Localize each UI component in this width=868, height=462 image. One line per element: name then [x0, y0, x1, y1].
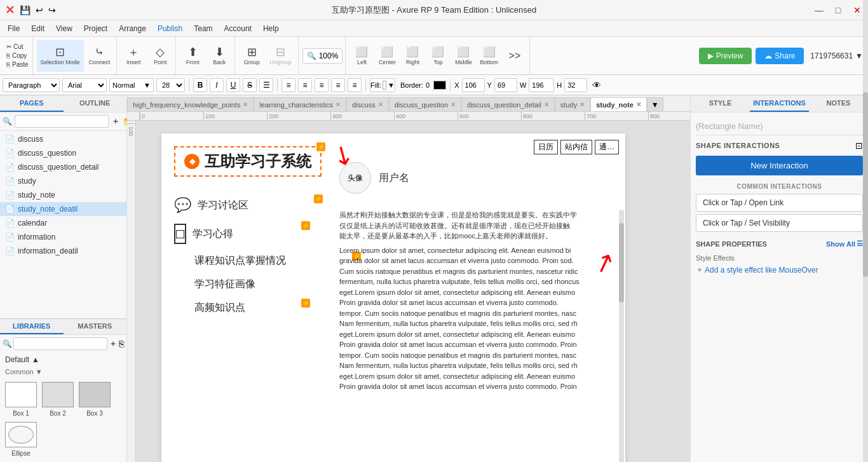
page-item-information[interactable]: 📄 information — [0, 230, 126, 244]
menu-file[interactable]: File — [3, 23, 25, 34]
tab-interactions[interactable]: INTERACTIONS — [750, 95, 809, 112]
menu-edit[interactable]: Edit — [26, 23, 50, 34]
nav-item-knowledge[interactable]: 课程知识点掌握情况 ⚡ — [174, 254, 286, 268]
lib-default-select[interactable]: Default ▲ — [5, 355, 39, 364]
new-interaction-button[interactable]: New Interaction — [696, 156, 863, 175]
tab-libraries[interactable]: LIBRARIES — [0, 319, 64, 334]
tab-close-icon[interactable]: ✕ — [451, 101, 456, 108]
menu-team[interactable]: Team — [189, 23, 217, 34]
tab-masters[interactable]: MASTERS — [64, 319, 127, 334]
align-justify-fmt-button[interactable]: ≡ — [331, 78, 345, 92]
front-button[interactable]: ⬆ Front — [180, 40, 205, 72]
nav-item-feature[interactable]: 学习特征画像 — [174, 278, 286, 291]
preview-button[interactable]: ▶ Preview — [699, 48, 752, 64]
align-right-button[interactable]: ⬜ Right — [400, 40, 424, 72]
cut-button[interactable]: ✂ Cut — [5, 43, 30, 51]
more-fmt-button[interactable]: ≡ — [348, 78, 362, 92]
selection-mode-button[interactable]: ⊡ Selection Mode — [37, 40, 84, 72]
align-left-fmt-button[interactable]: ≡ — [281, 78, 295, 92]
align-middle-button[interactable]: ⬜ Middle — [451, 40, 475, 72]
nav-item-highfreq[interactable]: 高频知识点 ⚡ — [174, 301, 286, 315]
align-top-button[interactable]: ⬜ Top — [426, 40, 450, 72]
menu-publish[interactable]: Publish — [153, 23, 187, 34]
tab-close-icon[interactable]: ✕ — [336, 101, 341, 108]
nav-item-note[interactable]: □ 学习心得 ⚡ — [174, 224, 286, 244]
canvas-tab-study[interactable]: study ✕ — [555, 97, 590, 111]
point-button[interactable]: ◇ Point — [147, 40, 173, 72]
title-box[interactable]: ◆ 互助学习子系统 ⚡ — [174, 146, 322, 177]
lib-item-box3[interactable]: Box 3 — [79, 382, 111, 417]
tab-close-icon[interactable]: ✕ — [243, 101, 248, 108]
nav-item-discuss[interactable]: 💬 学习讨论区 ⚡ — [174, 197, 286, 214]
align-right-fmt-button[interactable]: ≡ — [315, 78, 329, 92]
page-item-information-deatil[interactable]: 📄 information_deatil — [0, 244, 126, 258]
scrollbar-thumb[interactable] — [619, 223, 624, 302]
x-input[interactable] — [462, 78, 485, 92]
list-button[interactable]: ☰ — [259, 78, 273, 92]
lib-add-icon[interactable]: ＋ — [109, 338, 118, 350]
share-button[interactable]: ☁ Share — [756, 48, 804, 64]
lib-search-input[interactable] — [13, 337, 107, 350]
align-bottom-button[interactable]: ⬜ Bottom — [477, 40, 501, 72]
bold-button[interactable]: B — [193, 78, 207, 92]
minimize-button[interactable]: — — [813, 4, 825, 16]
right-panel-scrollbar-thumb[interactable] — [863, 92, 868, 277]
ungroup-button[interactable]: ⊟ Ungroup — [266, 40, 295, 72]
interactions-expand-icon[interactable]: ⊡ — [855, 140, 863, 151]
right-panel-scrollbar[interactable] — [863, 0, 868, 462]
page-item-study-note-deatil[interactable]: 📄 study_note_deatil — [0, 202, 126, 216]
more-icon-box[interactable]: 通… — [595, 140, 619, 154]
lib-item-box2[interactable]: Box 2 — [42, 382, 74, 417]
close-button[interactable]: ✕ — [851, 4, 863, 16]
tab-notes[interactable]: NOTES — [809, 95, 868, 112]
user-id[interactable]: 1719756631 ▼ — [810, 51, 863, 60]
tab-style[interactable]: STYLE — [691, 95, 750, 112]
h-input[interactable] — [564, 78, 587, 92]
canvas-tab-high-freq[interactable]: high_frequency_knowledge_points ✕ — [127, 97, 254, 111]
paste-button[interactable]: ⎘ Paste — [5, 60, 30, 69]
align-center-button[interactable]: ⬜ Center — [375, 40, 399, 72]
redo-icon[interactable]: ↪ — [48, 5, 56, 15]
add-style-effect-button[interactable]: ＋ Add a style effect like MouseOver — [696, 264, 863, 275]
lib-copy-icon[interactable]: ⎘ — [119, 339, 124, 349]
page-item-study-note[interactable]: 📄 study_note — [0, 188, 126, 202]
page-item-discuss[interactable]: 📄 discuss — [0, 132, 126, 146]
calendar-icon-box[interactable]: 日历 — [534, 140, 558, 154]
undo-icon[interactable]: ↩ — [36, 5, 43, 15]
canvas-tab-discuss-q[interactable]: discuss_question ✕ — [389, 97, 461, 111]
page-item-study[interactable]: 📄 study — [0, 174, 126, 188]
canvas-tab-discuss-qd[interactable]: discuss_question_detail ✕ — [461, 97, 555, 111]
maximize-button[interactable]: □ — [832, 4, 844, 16]
open-link-button[interactable]: Click or Tap / Open Link — [696, 194, 863, 212]
page-item-discuss-question[interactable]: 📄 discuss_question — [0, 146, 126, 160]
align-left-button[interactable]: ⬜ Left — [349, 40, 374, 72]
underline-button[interactable]: U — [226, 78, 240, 92]
align-center-fmt-button[interactable]: ≡ — [298, 78, 312, 92]
zoom-control[interactable]: 🔍 100% — [302, 48, 343, 64]
group-button[interactable]: ⊞ Group — [239, 40, 264, 72]
set-visibility-button[interactable]: Click or Tap / Set Visibility — [696, 214, 863, 232]
canvas-tab-study-note[interactable]: study_note ✕ — [590, 97, 647, 111]
w-input[interactable] — [529, 78, 554, 92]
fill-color-button[interactable]: Fill: ▼ — [370, 78, 395, 92]
menu-help[interactable]: Help — [258, 23, 284, 34]
y-input[interactable] — [494, 78, 517, 92]
back-button[interactable]: ⬇ Back — [207, 40, 232, 72]
save-icon[interactable]: 💾 — [20, 5, 31, 15]
connect-button[interactable]: ⤷ Connect — [85, 40, 114, 72]
mail-icon-box[interactable]: 站内信 — [560, 140, 592, 154]
font-size-select[interactable]: 28 — [156, 78, 185, 92]
tab-pages[interactable]: PAGES — [0, 95, 64, 112]
font-style-dropdown[interactable]: Normal ▼ — [109, 78, 154, 92]
tab-close-icon[interactable]: ✕ — [636, 101, 641, 108]
canvas-tab-discuss[interactable]: discuss ✕ — [346, 97, 389, 111]
copy-button[interactable]: ⎘ Copy — [5, 51, 30, 60]
visibility-icon[interactable]: 👁 — [592, 80, 601, 90]
menu-view[interactable]: View — [51, 23, 78, 34]
scrollbar-vertical[interactable] — [619, 210, 624, 462]
page-item-calendar[interactable]: 📄 calendar — [0, 216, 126, 230]
page-item-discuss-question-detail[interactable]: 📄 discuss_question_detail — [0, 160, 126, 174]
menu-arrange[interactable]: Arrange — [114, 23, 151, 34]
add-page-icon[interactable]: ＋ — [111, 116, 120, 127]
strikethrough-button[interactable]: S — [243, 78, 257, 92]
